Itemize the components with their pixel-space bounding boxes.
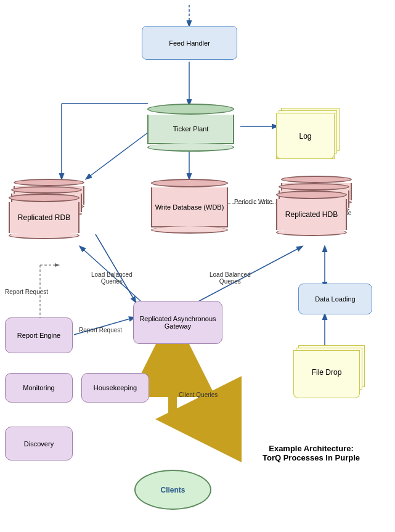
report-engine-node: Report Engine [5, 317, 73, 353]
svg-line-9 [197, 247, 302, 302]
svg-line-10 [74, 317, 134, 335]
report-request-label: Report Request [5, 289, 48, 295]
report-request2-label: Report Request [79, 327, 122, 334]
example-architecture-label: Example Architecture: TorQ Processes In … [246, 444, 376, 462]
ticker-plant-label: Ticker Plant [173, 125, 209, 133]
discovery-node: Discovery [5, 427, 73, 460]
feed-handler-label: Feed Handler [169, 39, 210, 47]
housekeeping-node: Housekeeping [81, 373, 149, 403]
replicated-rdb-label: Replicated RDB [18, 213, 70, 222]
file-drop-label: File Drop [312, 368, 342, 377]
load-balanced-left-label: Load BalancedQueries [91, 271, 132, 285]
file-drop-node: File Drop [293, 345, 360, 398]
write-database-label: Write Database (WDB) [155, 203, 224, 211]
load-balanced-right-label: Load BalancedQueries [210, 271, 251, 285]
housekeeping-label: Housekeeping [94, 384, 137, 391]
diagram-container: Periodic Write Load BalancedQueries Load… [0, 0, 395, 532]
svg-line-3 [86, 133, 148, 179]
example-arch-line2: TorQ Processes In Purple [263, 453, 360, 462]
write-database-node: Write Database (WDB) [151, 179, 228, 234]
clients-node: Clients [134, 470, 211, 510]
replicated-hdb-label: Replicated HDB [285, 210, 338, 219]
ticker-plant-node: Ticker Plant [146, 104, 235, 152]
svg-line-16 [96, 234, 136, 302]
periodic-write-label: Periodic Write [234, 198, 272, 205]
replicated-gateway-label: Replicated Asynchronous Gateway [137, 315, 218, 330]
replicated-gateway-node: Replicated Asynchronous Gateway [133, 301, 222, 344]
log-label: Log [299, 132, 311, 141]
data-loading-node: Data Loading [298, 284, 372, 314]
client-queries-label: Client Queries [179, 391, 218, 398]
monitoring-node: Monitoring [5, 373, 73, 403]
discovery-label: Discovery [24, 440, 54, 448]
replicated-hdb-node: Replicated HDB [276, 176, 347, 221]
replicated-rdb-node: Replicated RDB [9, 179, 79, 224]
monitoring-label: Monitoring [23, 384, 54, 391]
svg-line-8 [80, 247, 142, 302]
clients-label: Clients [160, 486, 185, 494]
report-engine-label: Report Engine [17, 332, 60, 339]
feed-handler-node: Feed Handler [142, 26, 237, 60]
data-loading-label: Data Loading [315, 295, 355, 303]
example-arch-line1: Example Architecture: [269, 444, 354, 453]
